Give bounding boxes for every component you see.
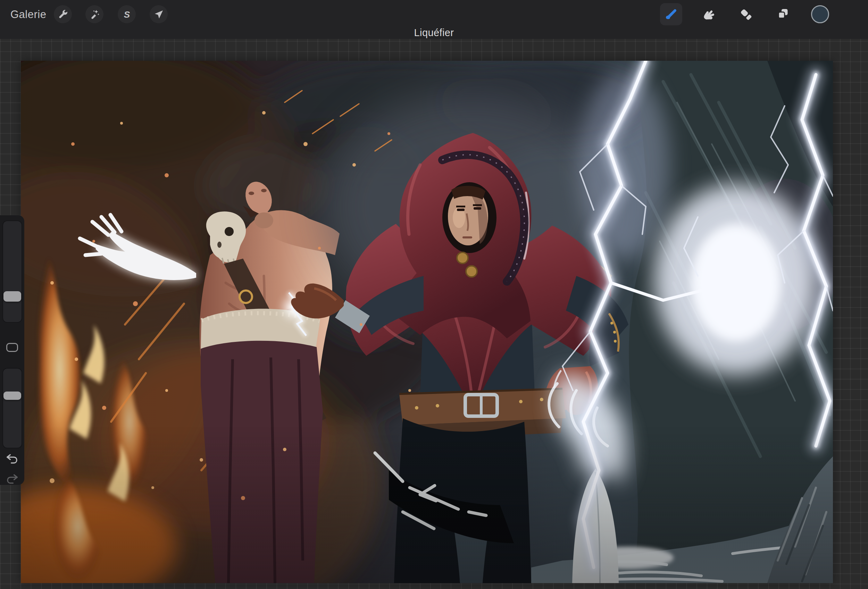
color-button[interactable] <box>809 3 831 25</box>
selection-button[interactable]: S <box>118 5 136 23</box>
procreate-window: Galerie S Liquéfier <box>0 0 868 589</box>
selection-s-icon: S <box>121 9 132 20</box>
adjustments-button[interactable] <box>86 5 103 23</box>
wrench-icon <box>58 9 68 20</box>
artwork-painting <box>21 61 833 583</box>
transform-button[interactable] <box>150 5 168 23</box>
brush-size-slider[interactable] <box>3 220 22 323</box>
arrow-cursor-icon <box>154 9 164 20</box>
redo-arrow-icon <box>7 475 17 483</box>
opacity-slider-thumb[interactable] <box>3 392 21 400</box>
drawing-canvas[interactable] <box>21 61 833 583</box>
layers-button[interactable] <box>772 3 794 25</box>
svg-text:S: S <box>124 9 130 20</box>
smudge-tool-button[interactable] <box>698 3 720 25</box>
undo-button[interactable] <box>5 452 19 466</box>
active-color-swatch <box>811 5 829 23</box>
eraser-icon <box>739 7 753 21</box>
paintbrush-icon <box>664 7 678 21</box>
smudge-finger-icon <box>702 7 716 21</box>
erase-tool-button[interactable] <box>735 3 757 25</box>
layers-icon <box>776 7 790 21</box>
status-label: Liquéfier <box>0 27 868 38</box>
sidebar <box>0 215 24 485</box>
brush-size-slider-thumb[interactable] <box>3 291 21 302</box>
opacity-slider[interactable] <box>3 368 22 448</box>
redo-button[interactable] <box>5 472 19 486</box>
modify-button[interactable] <box>6 343 18 352</box>
gallery-button[interactable]: Galerie <box>10 0 46 29</box>
magic-wand-icon <box>89 9 100 20</box>
topbar: Galerie S Liquéfier <box>0 0 868 39</box>
actions-button[interactable] <box>54 5 72 23</box>
paint-tool-button[interactable] <box>660 3 682 25</box>
undo-arrow-icon <box>7 455 17 463</box>
